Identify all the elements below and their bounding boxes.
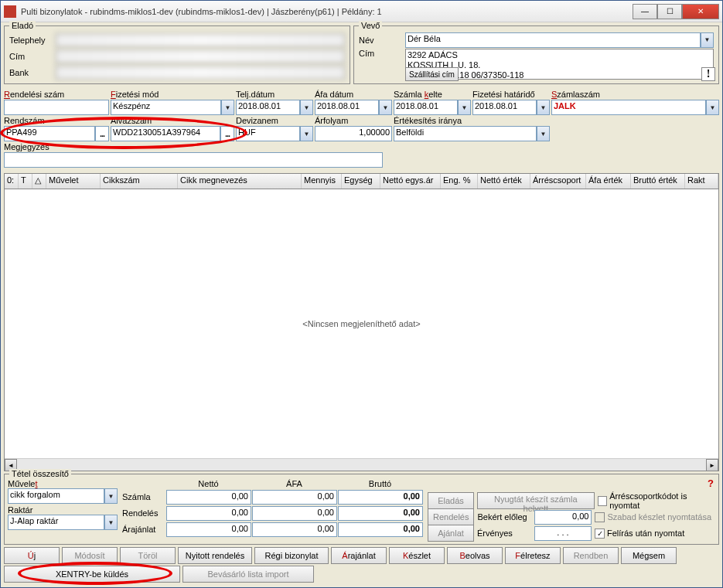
cb-arres[interactable]: [598, 496, 608, 506]
old-doc-button[interactable]: Régi bizonylat: [254, 547, 329, 564]
col-megnev[interactable]: Cikk megnevezés: [178, 174, 302, 189]
dir-input[interactable]: Belföldi: [394, 126, 537, 141]
button-bar-2: XENTRY-be küldés Bevásárló lista import: [4, 566, 719, 583]
dir-dropdown[interactable]: ▼: [537, 126, 550, 141]
window-title: Pulti bizonylatok - rubindms-miklos1-dev…: [21, 7, 633, 16]
plate-input[interactable]: PPA499: [4, 126, 95, 141]
col-brutto[interactable]: Bruttó érték: [631, 174, 685, 189]
help-icon[interactable]: ?: [708, 478, 714, 489]
plate-lookup-button[interactable]: ...: [95, 126, 109, 141]
col-0[interactable]: 0:: [5, 174, 19, 189]
vin-input[interactable]: WDD2130051A397964: [111, 126, 220, 141]
read-button[interactable]: Beolvas: [447, 547, 503, 564]
note-label: Megjegyzés: [4, 142, 383, 151]
buyer-name-label: Név: [359, 36, 405, 45]
due-label: Fizetési határidő: [472, 90, 550, 99]
scroll-track[interactable]: [17, 459, 706, 471]
xentry-button[interactable]: XENTRY-be küldés: [4, 566, 180, 583]
orderno-input[interactable]: [4, 100, 109, 115]
col-rakt[interactable]: Rakt: [685, 174, 718, 189]
wh-label: Raktár: [8, 505, 32, 515]
vin-label: Alvázszám: [111, 116, 234, 125]
op-input[interactable]: cikk forgalom: [8, 488, 104, 504]
col-mennyis[interactable]: Mennyis: [302, 174, 342, 189]
col-egyseg[interactable]: Egység: [342, 174, 380, 189]
cancel-button[interactable]: Mégsem: [621, 547, 677, 564]
quote-button[interactable]: Ajánlat: [428, 525, 474, 542]
addr-line1: 3292 ADÁCS: [408, 50, 711, 60]
cb-feliras[interactable]: ✓: [595, 529, 605, 539]
cb-feliras-label: Felírás után nyomtat: [607, 529, 684, 538]
col-afaertek[interactable]: Áfa érték: [586, 174, 631, 189]
invno-input[interactable]: JALK: [551, 100, 706, 115]
maximize-button[interactable]: ☐: [657, 4, 682, 19]
col-muvelet[interactable]: Művelet: [46, 174, 101, 189]
note-input[interactable]: [4, 152, 383, 168]
cb-keszlet: [595, 512, 605, 522]
col-arres[interactable]: Árréscsoport: [530, 174, 586, 189]
order-button[interactable]: Rendelés: [428, 508, 474, 525]
ok-button[interactable]: Rendben: [563, 547, 619, 564]
buyer-title: Vevő: [359, 21, 382, 30]
col-nettoertek[interactable]: Nettó érték: [478, 174, 530, 189]
stock-button[interactable]: Készlet: [389, 547, 445, 564]
shipping-addr-button[interactable]: Szállítási cím: [405, 67, 459, 81]
delete-button[interactable]: Töröl: [120, 547, 176, 564]
wh-input[interactable]: J-Alap raktár: [8, 515, 104, 530]
szamla-vat: 0,00: [252, 490, 337, 505]
wh-dropdown[interactable]: ▼: [104, 515, 118, 530]
new-button[interactable]: Új: [4, 547, 60, 564]
col-arrow[interactable]: △: [32, 174, 46, 189]
due-dropdown[interactable]: ▼: [537, 100, 550, 115]
valid-label: Érvényes: [477, 529, 531, 538]
col-cikkszam[interactable]: Cikkszám: [101, 174, 178, 189]
ajanlat-vat: 0,00: [252, 522, 337, 537]
rate-input[interactable]: 1,00000: [315, 126, 392, 141]
invdate-dropdown[interactable]: ▼: [458, 100, 471, 115]
col-eng[interactable]: Eng. %: [441, 174, 478, 189]
row-szamla-label: Számla: [122, 492, 165, 501]
invdate-input[interactable]: 2018.08.01: [394, 100, 458, 115]
col-nettoegys[interactable]: Nettó egys.ár: [380, 174, 441, 189]
grid-scrollbar[interactable]: ◄ ►: [5, 458, 718, 471]
titlebar[interactable]: Pulti bizonylatok - rubindms-miklos1-dev…: [1, 1, 722, 22]
op-dropdown[interactable]: ▼: [104, 488, 118, 504]
grid-header: 0: T △ Művelet Cikkszám Cikk megnevezés …: [5, 174, 718, 189]
close-button[interactable]: ✕: [682, 4, 719, 19]
cb-arres-label: Árréscsoportkódot is nyomtat: [609, 491, 715, 510]
grid-empty-text: <Nincsen megjeleníthető adat>: [302, 319, 420, 328]
szamla-net: 0,00: [166, 490, 251, 505]
cb-keszlet-label: Szabad készlet nyomtatása: [607, 512, 711, 522]
vatdate-dropdown[interactable]: ▼: [379, 100, 392, 115]
pay-dropdown[interactable]: ▼: [221, 100, 234, 115]
perf-input[interactable]: 2018.08.01: [236, 100, 300, 115]
alert-icon[interactable]: !: [701, 67, 715, 81]
due-input[interactable]: 2018.08.01: [472, 100, 537, 115]
put-aside-button[interactable]: Félretesz: [505, 547, 561, 564]
modify-button[interactable]: Módosít: [62, 547, 118, 564]
minimize-button[interactable]: —: [633, 4, 657, 19]
invno-label: Számlaszám: [551, 90, 719, 99]
curr-input[interactable]: HUF: [236, 126, 300, 141]
col-t[interactable]: T: [19, 174, 32, 189]
content-area: Eladó Telephely Cím Bank Vevő Név: [1, 22, 722, 587]
pay-input[interactable]: Készpénz: [111, 100, 221, 115]
perf-dropdown[interactable]: ▼: [300, 100, 313, 115]
vatdate-input[interactable]: 2018.08.01: [315, 100, 379, 115]
buyer-name-input[interactable]: Dér Béla: [405, 32, 701, 48]
invno-dropdown[interactable]: ▼: [706, 100, 719, 115]
row-ajanlat-label: Árajánlat: [122, 525, 165, 534]
open-order-button[interactable]: Nyitott rendelés: [178, 547, 252, 564]
vin-lookup-button[interactable]: ...: [220, 126, 234, 141]
deposit-value: 0,00: [534, 510, 592, 525]
quote-btn[interactable]: Árajánlat: [331, 547, 387, 564]
op-label: Művelet: [8, 479, 38, 488]
buyer-name-dropdown[interactable]: ▼: [701, 32, 714, 48]
shoplist-button[interactable]: Bevásárló lista import: [182, 566, 314, 583]
scroll-right-button[interactable]: ►: [706, 459, 718, 471]
curr-dropdown[interactable]: ▼: [300, 126, 313, 141]
rendeles-gross: 0,00: [338, 506, 423, 521]
rendeles-net: 0,00: [166, 506, 251, 521]
sale-button[interactable]: Eladás: [428, 492, 474, 509]
receipt-button[interactable]: Nyugtát készít számla helyett: [477, 492, 595, 509]
